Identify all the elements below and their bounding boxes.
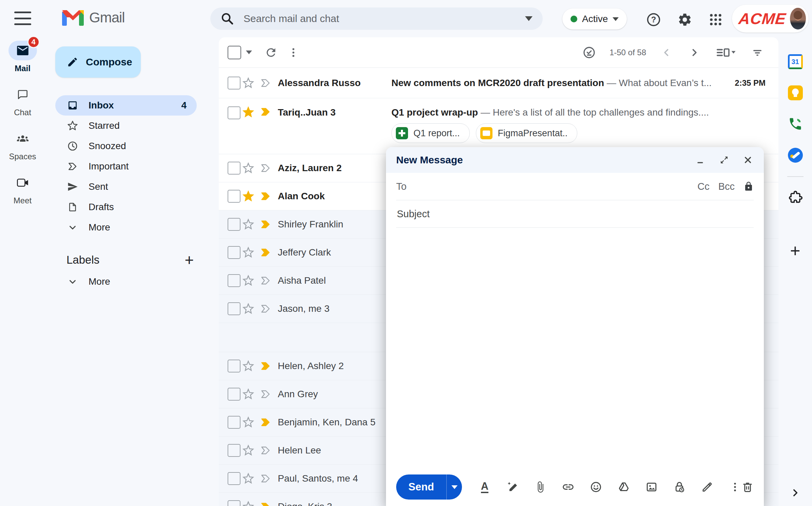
email-checkbox[interactable]	[228, 388, 240, 401]
insert-from-drive-icon[interactable]	[617, 481, 630, 493]
star-toggle-icon[interactable]	[243, 417, 254, 428]
subject-field-row[interactable]	[396, 200, 754, 228]
expand-fullscreen-icon[interactable]	[718, 154, 730, 166]
to-label[interactable]: To	[396, 181, 407, 192]
more-options-icon[interactable]	[286, 45, 301, 60]
importance-marker-icon[interactable]	[260, 389, 271, 400]
close-icon[interactable]	[742, 154, 754, 166]
older-chevron-right-icon[interactable]	[687, 45, 702, 60]
to-field-row[interactable]: To Cc Bcc	[396, 173, 754, 200]
importance-marker-icon[interactable]	[260, 361, 271, 371]
keep-icon[interactable]	[785, 82, 806, 104]
star-toggle-icon[interactable]	[243, 445, 254, 456]
importance-marker-icon[interactable]	[260, 275, 271, 286]
bcc-button[interactable]: Bcc	[718, 181, 735, 192]
compose-header[interactable]: New Message	[386, 147, 764, 173]
email-checkbox[interactable]	[228, 190, 240, 203]
email-checkbox[interactable]	[228, 162, 240, 175]
star-toggle-icon[interactable]	[243, 360, 254, 372]
search-options-caret-icon[interactable]	[525, 16, 533, 21]
help-icon[interactable]: ?	[646, 12, 661, 27]
subject-input[interactable]	[396, 208, 754, 220]
importance-marker-icon[interactable]	[260, 501, 271, 506]
star-toggle-icon[interactable]	[243, 247, 254, 258]
filter-icon[interactable]	[750, 45, 765, 60]
avatar[interactable]	[790, 8, 806, 29]
lock-icon[interactable]	[743, 181, 754, 191]
sidebar-item-drafts[interactable]: Drafts	[55, 197, 197, 217]
settings-gear-icon[interactable]	[677, 12, 692, 27]
star-toggle-icon[interactable]	[243, 77, 254, 89]
email-checkbox[interactable]	[228, 472, 240, 485]
sidebar-item-important[interactable]: Important	[55, 156, 197, 177]
send-options-caret-icon[interactable]	[447, 474, 462, 500]
main-menu-icon[interactable]	[14, 12, 31, 25]
discard-draft-trash-icon[interactable]	[741, 481, 754, 493]
addons-puzzle-icon[interactable]	[785, 186, 806, 208]
voice-phone-icon[interactable]	[785, 113, 806, 135]
email-checkbox[interactable]	[228, 302, 240, 315]
formatting-options-icon[interactable]: A	[478, 481, 491, 493]
email-checkbox[interactable]	[228, 500, 240, 506]
importance-marker-icon[interactable]	[260, 191, 271, 202]
importance-marker-icon[interactable]	[260, 219, 271, 230]
star-toggle-icon[interactable]	[243, 501, 254, 506]
importance-marker-icon[interactable]	[260, 445, 271, 456]
importance-marker-icon[interactable]	[260, 303, 271, 314]
importance-marker-icon[interactable]	[260, 417, 271, 428]
star-toggle-icon[interactable]	[243, 303, 254, 315]
attachment-chip[interactable]: Q1 report...	[391, 123, 470, 143]
email-checkbox[interactable]	[228, 218, 240, 231]
status-selector[interactable]: Active	[562, 8, 627, 29]
star-toggle-icon[interactable]	[243, 388, 254, 400]
labels-more-item[interactable]: More	[67, 276, 110, 287]
cc-button[interactable]: Cc	[697, 181, 709, 192]
importance-marker-icon[interactable]	[260, 473, 271, 484]
email-checkbox[interactable]	[228, 360, 240, 372]
importance-marker-icon[interactable]	[260, 247, 271, 258]
expand-panel-chevron-icon[interactable]	[790, 487, 801, 499]
tasks-icon[interactable]	[785, 144, 806, 166]
email-checkbox[interactable]	[228, 77, 240, 89]
rail-item-meet[interactable]: Meet	[0, 173, 45, 205]
search-icon[interactable]	[220, 12, 234, 25]
select-options-caret-icon[interactable]	[246, 50, 252, 54]
star-toggle-icon[interactable]	[243, 275, 254, 286]
star-toggle-icon[interactable]	[243, 106, 254, 118]
email-row[interactable]: Alessandra Russo New comments on MCR2020…	[219, 68, 778, 98]
rail-item-chat[interactable]: Chat	[0, 85, 45, 117]
message-body-area[interactable]	[386, 228, 764, 468]
insert-link-icon[interactable]	[562, 481, 575, 493]
importance-marker-icon[interactable]	[260, 163, 271, 174]
email-checkbox[interactable]	[228, 416, 240, 429]
compose-button[interactable]: Compose	[55, 46, 141, 78]
email-row[interactable]: Tariq..Juan 3 Q1 project wrap-up — Here'…	[219, 98, 778, 154]
email-checkbox[interactable]	[228, 444, 240, 457]
star-toggle-icon[interactable]	[243, 190, 254, 202]
split-pane-layout-icon[interactable]	[715, 45, 737, 60]
star-toggle-icon[interactable]	[243, 162, 254, 174]
rail-item-mail[interactable]: 4 Mail	[0, 41, 45, 73]
mark-done-check-circle-icon[interactable]	[582, 45, 597, 60]
get-addons-plus-icon[interactable]: +	[790, 241, 800, 261]
refresh-icon[interactable]	[264, 45, 278, 60]
email-checkbox[interactable]	[228, 246, 240, 259]
newer-chevron-left-icon[interactable]	[659, 45, 674, 60]
star-toggle-icon[interactable]	[243, 219, 254, 230]
attach-file-paperclip-icon[interactable]	[534, 481, 547, 493]
sidebar-item-starred[interactable]: Starred	[55, 116, 197, 136]
calendar-icon[interactable]: 31	[785, 51, 806, 73]
google-apps-grid-icon[interactable]	[708, 12, 723, 27]
more-send-options-icon[interactable]	[729, 481, 741, 493]
attachment-chip[interactable]: FigmaPresentat..	[476, 123, 578, 143]
confidential-mode-lock-clock-icon[interactable]	[673, 481, 686, 493]
search-input[interactable]	[243, 13, 525, 25]
insert-emoji-icon[interactable]	[589, 481, 602, 493]
email-checkbox[interactable]	[228, 106, 240, 119]
create-label-plus-icon[interactable]: +	[182, 252, 197, 267]
sidebar-item-more[interactable]: More	[55, 217, 197, 238]
insert-signature-pen-icon[interactable]	[701, 481, 714, 493]
minimize-icon[interactable]	[695, 154, 706, 166]
sidebar-item-snoozed[interactable]: Snoozed	[55, 136, 197, 156]
importance-marker-icon[interactable]	[260, 106, 271, 117]
